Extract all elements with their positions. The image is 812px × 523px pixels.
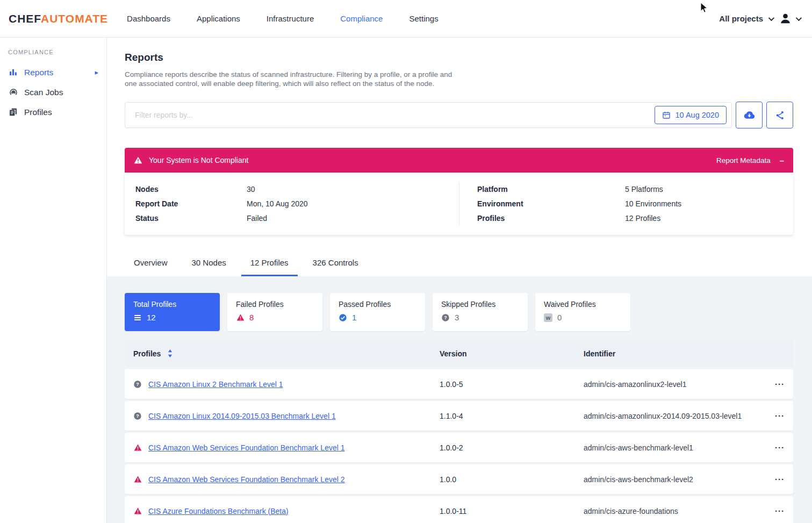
- skipped-question-icon: ?: [441, 313, 450, 322]
- sidebar-item-icon: [8, 87, 18, 97]
- summary-card[interactable]: Skipped Profiles: [433, 293, 528, 331]
- tab[interactable]: 30 Nodes: [183, 258, 235, 276]
- profile-identifier: admin/cis-aws-benchmark-level1: [584, 443, 768, 452]
- radar-icon: [9, 88, 18, 97]
- failed-warning-icon: [236, 313, 245, 322]
- waived-badge-icon: w: [544, 313, 552, 322]
- profiles-table-header: Profiles Version Identifier: [125, 340, 793, 367]
- sidebar-item-icon: [8, 67, 18, 77]
- nav-item[interactable]: Applications: [197, 14, 240, 23]
- content-top: Reports Compliance reports describe the …: [107, 38, 812, 276]
- summary-card-title: Waived Profiles: [544, 300, 622, 309]
- tab[interactable]: 326 Controls: [304, 258, 368, 276]
- summary-card[interactable]: Total Profiles: [125, 293, 220, 331]
- warning-triangle-icon: [134, 156, 142, 164]
- main-content: Reports Compliance reports describe the …: [107, 38, 812, 523]
- profile-identifier: admin/cis-aws-benchmark-level2: [584, 475, 768, 484]
- collapse-icon: –: [780, 156, 784, 165]
- chevron-down-icon: [796, 15, 802, 20]
- profile-name-cell: ? CIS Amazon Linux 2 Benchmark Level 1: [133, 380, 440, 389]
- row-menu-button[interactable]: ···: [768, 445, 785, 450]
- summary-card[interactable]: Passed Profiles: [330, 293, 425, 331]
- tab[interactable]: Overview: [125, 258, 177, 276]
- profile-identifier: admin/cis-amazonlinux2-level1: [584, 380, 768, 389]
- profile-link[interactable]: CIS Amazon Web Services Foundation Bench…: [148, 443, 344, 452]
- tab[interactable]: 12 Profiles: [241, 258, 298, 276]
- summary-card-count: 1: [352, 313, 356, 322]
- metadata-row: Profiles 12 Profiles: [477, 211, 793, 226]
- sort-profiles-button[interactable]: [168, 349, 173, 357]
- metadata-value: 5 Platforms: [625, 182, 663, 197]
- profile-name-cell: ? CIS Amazon Linux 2014.09-2015.03 Bench…: [133, 412, 440, 420]
- metadata-label: Status: [135, 211, 247, 226]
- sidebar-section-label: COMPLIANCE: [0, 49, 106, 55]
- row-menu-button[interactable]: ···: [768, 382, 785, 387]
- summary-cards: Total Profiles: [125, 293, 793, 331]
- report-metadata-toggle[interactable]: Report Metadata –: [716, 156, 784, 165]
- sidebar-item-label: Scan Jobs: [24, 88, 63, 97]
- chef-automate-logo[interactable]: CHEFAUTOMATE: [9, 12, 108, 25]
- metadata-label: Platform: [477, 182, 625, 197]
- metadata-value: Mon, 10 Aug 2020: [247, 197, 308, 211]
- sidebar-item[interactable]: Reports ▸: [0, 62, 106, 82]
- profile-link[interactable]: CIS Amazon Web Services Foundation Bench…: [148, 475, 344, 484]
- report-date-button[interactable]: 10 Aug 2020: [655, 106, 727, 124]
- projects-filter-button[interactable]: All projects: [719, 14, 773, 23]
- sidebar-item[interactable]: Profiles ▸: [0, 102, 106, 122]
- list-icon: [133, 313, 142, 322]
- cloud-download-icon: [744, 110, 755, 121]
- profile-link[interactable]: CIS Amazon Linux 2 Benchmark Level 1: [148, 380, 283, 389]
- summary-card[interactable]: Failed Profiles: [227, 293, 322, 331]
- profile-link[interactable]: CIS Amazon Linux 2014.09-2015.03 Benchma…: [148, 412, 336, 420]
- metadata-value: 12 Profiles: [625, 211, 660, 226]
- profile-row: ? CIS Amazon Linux 2014.09-2015.03 Bench…: [125, 401, 793, 431]
- summary-card-title: Failed Profiles: [236, 300, 314, 309]
- summary-card[interactable]: Waived Profiles: [535, 293, 630, 331]
- summary-card-stat: ? w 0: [544, 313, 622, 322]
- nav-item[interactable]: Compliance: [340, 14, 383, 23]
- profile-identifier: admin/cis-amazonlinux-2014.09-2015.03-le…: [584, 412, 768, 420]
- row-menu-button[interactable]: ···: [768, 413, 785, 419]
- summary-card-count: 3: [455, 313, 459, 322]
- summary-card-stat: ? w 12: [133, 313, 211, 322]
- nav-item[interactable]: Settings: [409, 14, 438, 23]
- bar-chart-icon: [9, 68, 18, 77]
- profile-version: 1.1.0-4: [440, 412, 584, 420]
- logo-chef: CHEF: [9, 12, 41, 25]
- sidebar: COMPLIANCE Reports ▸ Scan Jobs ▸ Profile…: [0, 38, 107, 523]
- svg-text:?: ?: [136, 382, 139, 387]
- metadata-row: Environment 10 Environments: [477, 197, 793, 211]
- svg-text:?: ?: [136, 413, 139, 419]
- sidebar-item-icon: [8, 107, 18, 117]
- banner-message: Your System is Not Compliant: [149, 156, 248, 164]
- profile-version: 1.0.0: [440, 475, 584, 484]
- projects-filter-label: All projects: [719, 14, 763, 23]
- download-report-button[interactable]: [736, 102, 763, 128]
- profile-link[interactable]: CIS Azure Foundations Benchmark (Beta): [148, 507, 289, 515]
- report-metadata-panel: Nodes 30 Report Date Mon, 10 Aug 2020 St…: [125, 173, 793, 235]
- summary-card-title: Total Profiles: [133, 300, 211, 309]
- metadata-row: Platform 5 Platforms: [477, 182, 793, 197]
- profiles-table-body: ? CIS Amazon Linux 2 Benchmark Level 1 1…: [125, 369, 793, 523]
- passed-check-icon: [339, 313, 347, 322]
- summary-card-title: Passed Profiles: [339, 300, 416, 309]
- profile-row: ? CIS Amazon Web Services Foundation Ben…: [125, 433, 793, 462]
- user-menu-button[interactable]: [779, 12, 800, 25]
- row-menu-button[interactable]: ···: [768, 477, 785, 482]
- compliance-status-banner: Your System is Not Compliant Report Meta…: [125, 148, 793, 173]
- failed-warning-icon: [133, 475, 142, 484]
- failed-warning-icon: [133, 443, 142, 452]
- nav-item[interactable]: Dashboards: [127, 14, 170, 23]
- summary-card-stat: ? w 8: [236, 313, 314, 322]
- nav-item[interactable]: Infrastructure: [267, 14, 314, 23]
- sidebar-item[interactable]: Scan Jobs ▸: [0, 82, 106, 102]
- profile-name-cell: ? CIS Amazon Web Services Foundation Ben…: [133, 475, 440, 484]
- top-nav: CHEFAUTOMATE DashboardsApplicationsInfra…: [0, 0, 812, 38]
- share-report-button[interactable]: [766, 102, 793, 128]
- filter-reports-input[interactable]: [125, 111, 655, 119]
- summary-card-count: 8: [249, 313, 254, 322]
- profile-row: ? CIS Amazon Linux 2 Benchmark Level 1 1…: [125, 369, 793, 399]
- row-menu-button[interactable]: ···: [768, 508, 785, 514]
- metadata-row: Status Failed: [135, 211, 459, 226]
- profiles-section: Total Profiles: [107, 276, 812, 523]
